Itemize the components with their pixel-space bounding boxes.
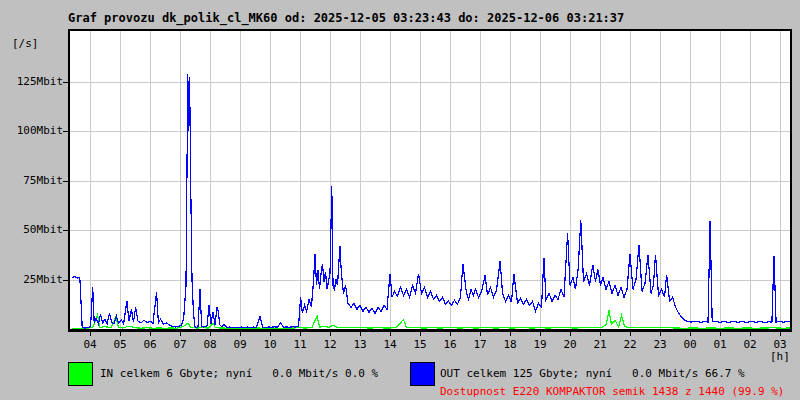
x-tick-label: 08 xyxy=(195,338,225,351)
y-tick-mark xyxy=(63,181,68,182)
x-tick-label: 01 xyxy=(705,338,735,351)
x-tick-mark xyxy=(510,332,511,336)
x-axis-unit-label: [h] xyxy=(770,350,790,363)
x-tick-label: 04 xyxy=(75,338,105,351)
y-tick-label: 100Mbit xyxy=(0,124,63,137)
legend-out-swatch xyxy=(410,362,435,386)
y-tick-mark xyxy=(63,230,68,231)
y-tick-label: 125Mbit xyxy=(0,75,63,88)
x-tick-label: 03 xyxy=(765,338,795,351)
x-tick-label: 16 xyxy=(435,338,465,351)
x-tick-mark xyxy=(300,332,301,336)
x-tick-label: 22 xyxy=(615,338,645,351)
x-tick-mark xyxy=(630,332,631,336)
x-tick-mark xyxy=(780,332,781,336)
x-tick-mark xyxy=(360,332,361,336)
x-tick-mark xyxy=(150,332,151,336)
x-tick-label: 00 xyxy=(675,338,705,351)
x-tick-label: 20 xyxy=(555,338,585,351)
y-tick-mark xyxy=(63,82,68,83)
y-tick-label: 75Mbit xyxy=(0,174,63,187)
x-tick-label: 19 xyxy=(525,338,555,351)
plot-area xyxy=(68,29,792,332)
x-tick-label: 12 xyxy=(315,338,345,351)
x-tick-label: 10 xyxy=(255,338,285,351)
x-tick-label: 09 xyxy=(225,338,255,351)
x-tick-mark xyxy=(600,332,601,336)
x-tick-mark xyxy=(570,332,571,336)
x-tick-label: 14 xyxy=(375,338,405,351)
x-tick-mark xyxy=(210,332,211,336)
x-tick-mark xyxy=(480,332,481,336)
x-tick-label: 21 xyxy=(585,338,615,351)
x-tick-mark xyxy=(450,332,451,336)
x-tick-mark xyxy=(750,332,751,336)
x-tick-mark xyxy=(420,332,421,336)
x-tick-label: 07 xyxy=(165,338,195,351)
x-tick-mark xyxy=(540,332,541,336)
x-tick-label: 15 xyxy=(405,338,435,351)
availability-text: Dostupnost E220 KOMPAKTOR semik 1438 z 1… xyxy=(440,385,784,398)
y-tick-label: 50Mbit xyxy=(0,223,63,236)
y-axis-unit-label: [/s] xyxy=(12,37,39,50)
chart-title: Graf provozu dk_polik_cl_MK60 od: 2025-1… xyxy=(68,11,624,25)
y-tick-mark xyxy=(63,280,68,281)
x-tick-label: 11 xyxy=(285,338,315,351)
mrtg-traffic-graph-page: Graf provozu dk_polik_cl_MK60 od: 2025-1… xyxy=(0,0,800,400)
x-tick-mark xyxy=(690,332,691,336)
x-tick-mark xyxy=(240,332,241,336)
x-tick-mark xyxy=(660,332,661,336)
x-tick-label: 17 xyxy=(465,338,495,351)
legend-in-label: IN celkem 6 Gbyte; nyní 0.0 Mbit/s 0.0 % xyxy=(100,367,378,380)
y-tick-mark xyxy=(63,131,68,132)
x-tick-mark xyxy=(330,332,331,336)
x-tick-mark xyxy=(390,332,391,336)
traffic-chart-canvas xyxy=(70,31,790,329)
x-tick-label: 13 xyxy=(345,338,375,351)
x-tick-mark xyxy=(180,332,181,336)
x-tick-label: 23 xyxy=(645,338,675,351)
y-tick-label: 25Mbit xyxy=(0,273,63,286)
out-traffic-line xyxy=(72,74,790,328)
x-tick-mark xyxy=(270,332,271,336)
x-tick-label: 02 xyxy=(735,338,765,351)
x-tick-mark xyxy=(90,332,91,336)
x-tick-mark xyxy=(720,332,721,336)
legend-in-swatch xyxy=(68,362,93,386)
x-tick-label: 05 xyxy=(105,338,135,351)
x-tick-label: 18 xyxy=(495,338,525,351)
x-tick-label: 06 xyxy=(135,338,165,351)
x-tick-mark xyxy=(120,332,121,336)
legend-out-label: OUT celkem 125 Gbyte; nyní 0.0 Mbit/s 66… xyxy=(440,367,745,380)
